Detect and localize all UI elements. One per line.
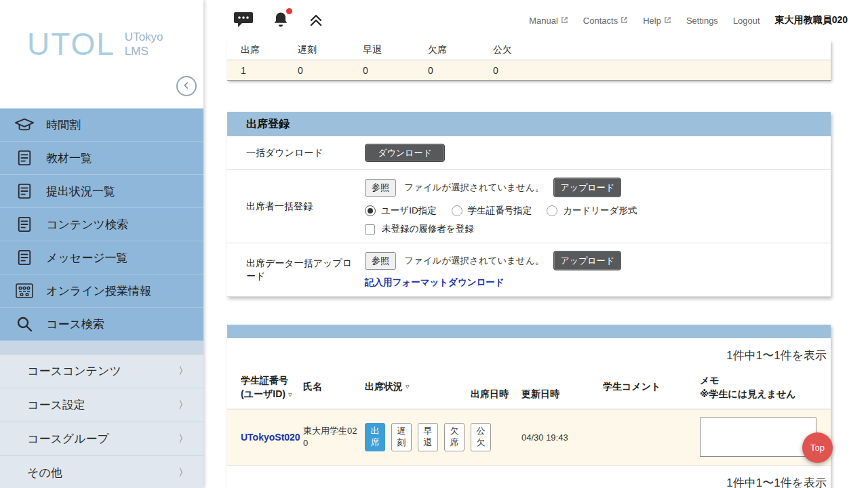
summary-header-early-leave: 早退 [357,41,422,60]
collapse-up-icon [308,12,324,30]
sidebar-item-label: 時間割 [46,117,81,133]
summary-value-present: 1 [227,60,292,81]
col-memo: メモ ※学生には見えません [700,369,831,409]
summary-header-late: 遅刻 [292,41,357,60]
attendance-data-upload-label: 出席データ一括アップロード [227,250,365,289]
screen: UTOL UTokyo LMS 時間割 [0,0,868,488]
sidebar-nav: 時間割 教材一覧 提出状況一覧 コンテンツ検索 [0,108,203,341]
sidebar-item-content-search[interactable]: コンテンツ検索 [0,208,203,241]
student-id-link[interactable]: UTokyoSt020 [241,432,300,443]
logout-link-label: Logout [733,16,760,26]
contacts-link-label: Contacts [583,16,618,26]
logo-subtitle: UTokyo LMS [125,30,163,59]
radio-user-id[interactable]: ユーザID指定 [365,205,437,217]
sidebar-item-course-search[interactable]: コース検索 [0,308,203,341]
manual-link-label: Manual [529,16,558,26]
sidebar: UTOL UTokyo LMS 時間割 [0,0,203,488]
upload-button-2[interactable]: アップロード [553,251,621,270]
collapse-header-button[interactable] [308,12,324,30]
memo-textarea[interactable] [700,418,816,457]
external-link-icon [561,16,568,26]
radio-card-reader[interactable]: カードリーダ形式 [547,205,637,217]
radio-unselected-icon [547,205,557,216]
student-attendance-section: 1件中1〜1件を表示 学生証番号 (ユーザID)▿ 氏名 出席状況▿ 出席日時 … [227,325,831,488]
document-icon [12,149,37,167]
sidebar-item-label: 教材一覧 [46,150,92,166]
download-button[interactable]: ダウンロード [365,144,445,162]
document-icon [12,249,37,266]
upload-button[interactable]: アップロード [553,178,621,197]
sidebar-item-course-settings[interactable]: コース設定 〉 [0,388,203,422]
sidebar-item-submissions[interactable]: 提出状況一覧 [0,175,203,208]
browse-button[interactable]: 参照 [365,179,396,197]
chat-icon [233,11,254,30]
subnav-label: コースグループ [27,431,109,447]
summary-header-row: 出席 遅刻 早退 欠席 公欠 [227,41,831,60]
sidebar-item-course-group[interactable]: コースグループ 〉 [0,422,203,456]
notifications-button[interactable] [271,10,290,31]
sidebar-collapse-button[interactable] [176,76,197,96]
sidebar-item-label: 提出状況一覧 [46,184,115,199]
col-student-id-line2: (ユーザID) [241,388,285,399]
status-button-absent[interactable]: 欠席 [444,423,465,451]
sort-icon[interactable]: ▿ [288,390,292,399]
subnav-label: その他 [27,465,62,481]
register-unenrolled-label: 未登録の履修者を登録 [382,223,474,235]
chat-button[interactable] [233,11,254,30]
sidebar-item-materials[interactable]: 教材一覧 [0,142,203,175]
settings-link[interactable]: Settings [686,16,718,26]
manual-link[interactable]: Manual [529,16,568,26]
result-count-bottom: 1件中1〜1件を表示 [227,466,831,488]
main-content: 出席 遅刻 早退 欠席 公欠 1 0 0 0 0 出席登録 一括ダウンロード [227,41,831,488]
col-attend-date: 出席日時 [471,369,521,409]
help-link[interactable]: Help [643,16,671,26]
summary-header-present: 出席 [227,41,292,60]
sidebar-item-others[interactable]: その他 〉 [0,456,203,488]
sidebar-item-label: オンライン授業情報 [46,283,151,299]
status-button-early-leave[interactable]: 早退 [418,423,438,451]
document-icon [12,216,37,233]
document-icon [12,182,37,200]
subnav-label: コース設定 [27,397,85,413]
subnav-label: コースコンテンツ [27,363,121,379]
external-link-icon [664,16,671,26]
attendance-data-upload-row: 出席データ一括アップロード 参照 ファイルが選択されていません。 アップロード … [227,243,831,297]
contacts-link[interactable]: Contacts [583,16,628,26]
file-selection-status-2: ファイルが選択されていません。 [404,255,544,267]
scroll-to-top-button[interactable]: Top [802,432,833,463]
sort-icon[interactable]: ▿ [406,382,410,392]
logo-subtitle-line1: UTokyo [125,30,163,44]
register-type-radio-group: ユーザID指定 学生証番号指定 カードリーダ形式 [365,205,831,217]
sidebar-item-online-class-info[interactable]: オンライン授業情報 [0,274,203,308]
summary-value-early-leave: 0 [357,60,422,81]
attendee-bulk-register-label: 出席者一括登録 [227,193,365,220]
student-table-row: UTokyoSt020 東大用学生020 出席 遅刻 早退 欠席 公欠 04/3… [227,409,831,466]
col-student-id[interactable]: 学生証番号 (ユーザID)▿ [227,369,303,409]
section-title: 出席登録 [227,112,831,136]
sidebar-item-label: コンテンツ検索 [46,217,128,232]
sidebar-item-label: メッセージ一覧 [46,250,128,266]
settings-link-label: Settings [686,16,718,26]
result-count-top: 1件中1〜1件を表示 [227,338,831,369]
student-table-header: 学生証番号 (ユーザID)▿ 氏名 出席状況▿ 出席日時 更新日時 学生コメント… [227,369,831,409]
logout-link[interactable]: Logout [733,16,760,26]
summary-value-absent: 0 [422,60,488,81]
people-icon [12,283,37,299]
browse-button-2[interactable]: 参照 [365,252,396,270]
sidebar-item-timetable[interactable]: 時間割 [0,108,203,142]
radio-student-id-label: 学生証番号指定 [468,205,532,217]
format-download-link[interactable]: 記入用フォーマットダウンロード [365,277,505,289]
radio-unselected-icon [452,205,462,216]
register-unenrolled-checkbox[interactable] [365,224,375,235]
col-student-comment: 学生コメント [603,369,700,409]
attendance-summary-table: 出席 遅刻 早退 欠席 公欠 1 0 0 0 0 [227,41,831,81]
sidebar-item-messages[interactable]: メッセージ一覧 [0,241,203,274]
col-student-id-line1: 学生証番号 [241,375,288,386]
help-link-label: Help [643,16,661,26]
status-button-late[interactable]: 遅刻 [391,423,412,451]
radio-student-id-number[interactable]: 学生証番号指定 [452,205,532,217]
col-status[interactable]: 出席状況▿ [365,369,471,409]
utol-logo: UTOL [27,26,115,62]
sidebar-item-course-contents[interactable]: コースコンテンツ 〉 [0,354,203,388]
status-button-present[interactable]: 出席 [365,423,385,451]
